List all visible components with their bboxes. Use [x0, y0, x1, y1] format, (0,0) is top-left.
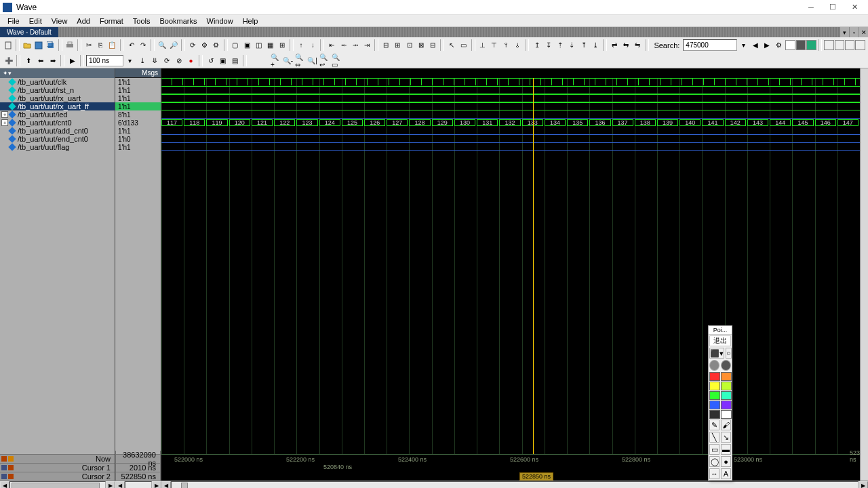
signal-row[interactable]: /tb_uart/uut/flag — [0, 143, 115, 151]
find-button[interactable]: 🔍 — [157, 39, 167, 51]
box1-button[interactable]: ▢ — [230, 39, 241, 51]
zoom-cursor-button[interactable]: 🔍| — [307, 55, 318, 66]
box2-button[interactable]: ▣ — [241, 39, 252, 51]
value-cell[interactable]: 1'h1 — [115, 86, 161, 94]
wave-cursor-row-1[interactable]: 520840 ns — [161, 463, 860, 472]
menu-tools[interactable]: Tools — [128, 15, 155, 26]
maximize-button[interactable]: ☐ — [822, 1, 844, 14]
find2-button[interactable]: 🔎 — [168, 39, 179, 51]
zoom-out-button[interactable]: 🔍- — [282, 55, 294, 66]
new-button[interactable] — [3, 39, 14, 51]
wave-cursor-row-2[interactable]: 522850 ns — [161, 472, 860, 481]
expand-icon[interactable]: + — [1, 111, 8, 118]
layout6-button[interactable] — [845, 40, 854, 50]
mark4-button[interactable]: ⫰ — [512, 39, 523, 51]
paste-button[interactable]: 📋 — [106, 39, 117, 51]
undo-button[interactable]: ↶ — [125, 39, 136, 51]
color-swatch[interactable] — [709, 401, 720, 409]
color-swatch[interactable] — [721, 410, 732, 419]
value-hscroll[interactable]: ◀▶ — [115, 481, 161, 488]
value-cell[interactable]: 1'h1 — [115, 78, 161, 86]
save-button[interactable] — [33, 39, 44, 51]
edge3-button[interactable]: ⇡ — [555, 39, 566, 51]
sig-scroll-right[interactable]: ▶ — [106, 481, 115, 488]
open-button[interactable] — [22, 39, 33, 51]
pen-tool-icon[interactable]: ✎ — [709, 420, 719, 430]
zoom-menu-button[interactable]: ▾ — [124, 55, 136, 66]
redo-button[interactable]: ↷ — [138, 39, 149, 51]
rectfill-tool-icon[interactable]: ▬ — [721, 444, 731, 455]
color-swatch[interactable] — [721, 401, 732, 409]
signal-row[interactable]: /tb_uart/uut/clk — [0, 78, 115, 86]
mark3-button[interactable]: ⫯ — [500, 39, 511, 51]
ellipsefill-tool-icon[interactable]: ● — [721, 456, 731, 467]
sig-tool-icon[interactable]: ✦▾ — [3, 70, 12, 77]
tab-max-button[interactable]: ▫ — [849, 27, 859, 37]
signal-list[interactable]: /tb_uart/uut/clk/tb_uart/uut/rst_n/tb_ua… — [0, 78, 115, 454]
step-back-button[interactable]: ⇤ — [326, 39, 337, 51]
group1-button[interactable]: ⊟ — [380, 39, 391, 51]
break-button[interactable]: ⊘ — [173, 55, 184, 66]
wave-scroll-thumb[interactable] — [181, 483, 188, 489]
tab-menu-button[interactable]: ▾ — [840, 27, 849, 37]
value-list[interactable]: 1'h11'h11'h11'h18'h16'd1331'h11'h01'h1 — [115, 78, 161, 454]
minimize-button[interactable]: ─ — [800, 1, 822, 14]
zoom-range-button[interactable]: 🔍▭ — [331, 55, 342, 66]
wave-hscroll[interactable]: ◀ ▶ — [161, 481, 868, 488]
annotation-palette[interactable]: Poi... 退出 ⬛▾○ ✎🖌 ╲↘ ▭▬ ◯● ↔A — [708, 325, 732, 481]
tab-close-button[interactable]: ✕ — [859, 27, 868, 37]
run-all-button[interactable]: ⤋ — [149, 55, 160, 66]
edge1-button[interactable]: ↥ — [531, 39, 542, 51]
group2-button[interactable]: ⊞ — [392, 39, 403, 51]
color-swatch[interactable] — [721, 391, 732, 400]
value-cell[interactable]: 1'h1 — [115, 127, 161, 135]
box4-button[interactable]: ▦ — [264, 39, 275, 51]
layout4-button[interactable] — [824, 40, 833, 50]
cut-button[interactable]: ✂ — [83, 39, 94, 51]
nav-up-button[interactable]: ⬆ — [22, 55, 34, 66]
mark1-button[interactable]: ⊥ — [477, 39, 488, 51]
run-step-button[interactable]: ⤓ — [136, 55, 148, 66]
value-cell[interactable]: 1'h0 — [115, 135, 161, 143]
sim-run-button[interactable]: ▶ — [66, 55, 78, 66]
wave-scroll-right[interactable]: ▶ — [859, 481, 868, 488]
restart-button[interactable]: ↺ — [205, 55, 216, 66]
signal-row[interactable]: +/tb_uart/uut/cnt0 — [0, 119, 115, 127]
color-swatch[interactable] — [721, 382, 732, 390]
search-next-button[interactable]: ▶ — [762, 39, 772, 51]
color-swatch[interactable] — [721, 372, 732, 381]
step-fwd-button[interactable]: ⤞ — [350, 39, 361, 51]
palette-dot2[interactable] — [721, 360, 731, 371]
saveall-button[interactable] — [45, 39, 56, 51]
signal-row[interactable]: /tb_uart/uut/rx_uart — [0, 94, 115, 102]
cursor2-box[interactable]: 522850 ns — [519, 472, 553, 481]
sig-scroll-left[interactable]: ◀ — [0, 481, 9, 488]
palette-dot1[interactable] — [709, 360, 719, 371]
tab-wave-default[interactable]: Wave - Default — [0, 27, 58, 37]
up-button[interactable]: ↑ — [296, 39, 307, 51]
menu-edit[interactable]: Edit — [24, 15, 47, 26]
wave-scroll-left[interactable]: ◀ — [161, 481, 171, 488]
step-back2-button[interactable]: ⤝ — [338, 39, 349, 51]
search-opt-button[interactable]: ⚙ — [773, 39, 784, 51]
menu-view[interactable]: View — [47, 15, 73, 26]
move-tool-icon[interactable]: ↔ — [709, 468, 719, 479]
close-button[interactable]: ✕ — [844, 1, 865, 14]
zoom-last-button[interactable]: 🔍↩ — [319, 55, 330, 66]
menu-window[interactable]: Window — [202, 15, 238, 26]
menu-format[interactable]: Format — [95, 15, 128, 26]
brush-tool-icon[interactable]: 🖌 — [721, 420, 731, 430]
gear1-button[interactable]: ⚙ — [199, 39, 210, 51]
layout3-button[interactable] — [806, 40, 816, 50]
waveform-area[interactable]: 1171181191201211221231241251261271281291… — [161, 68, 860, 481]
down-button[interactable]: ↓ — [307, 39, 318, 51]
cursor-line[interactable] — [533, 78, 534, 454]
step-fwd2-button[interactable]: ⇥ — [361, 39, 372, 51]
color-swatch[interactable] — [709, 391, 720, 400]
text-tool-icon[interactable]: A — [721, 468, 731, 479]
arrow-tool-icon[interactable]: ↘ — [721, 432, 731, 443]
group3-button[interactable]: ⊡ — [404, 39, 415, 51]
value-cell[interactable]: 1'h1 — [115, 102, 161, 110]
cursor2-row[interactable]: Cursor 2 — [0, 472, 115, 481]
value-cell[interactable]: 8'h1 — [115, 110, 161, 119]
